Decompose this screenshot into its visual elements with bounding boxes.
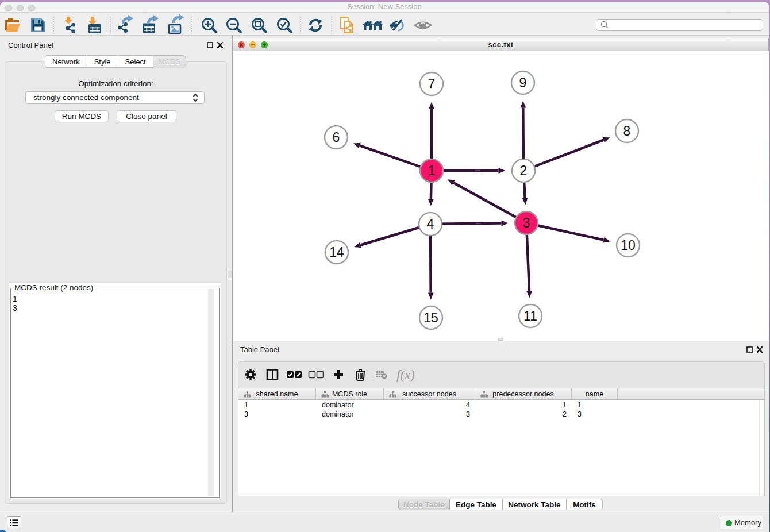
svg-text:14: 14 <box>329 245 344 260</box>
svg-text:2: 2 <box>520 163 528 178</box>
svg-text:f(x): f(x) <box>396 368 415 382</box>
svg-text:11: 11 <box>523 309 537 323</box>
svg-text:8: 8 <box>623 124 631 138</box>
svg-text:4: 4 <box>427 217 434 232</box>
svg-text:3: 3 <box>523 215 530 230</box>
svg-text:9: 9 <box>519 75 527 90</box>
svg-text:1: 1 <box>428 163 436 178</box>
svg-text:7: 7 <box>428 76 436 91</box>
svg-text:6: 6 <box>333 130 340 145</box>
svg-text:15: 15 <box>424 310 438 325</box>
svg-text:10: 10 <box>621 238 636 253</box>
